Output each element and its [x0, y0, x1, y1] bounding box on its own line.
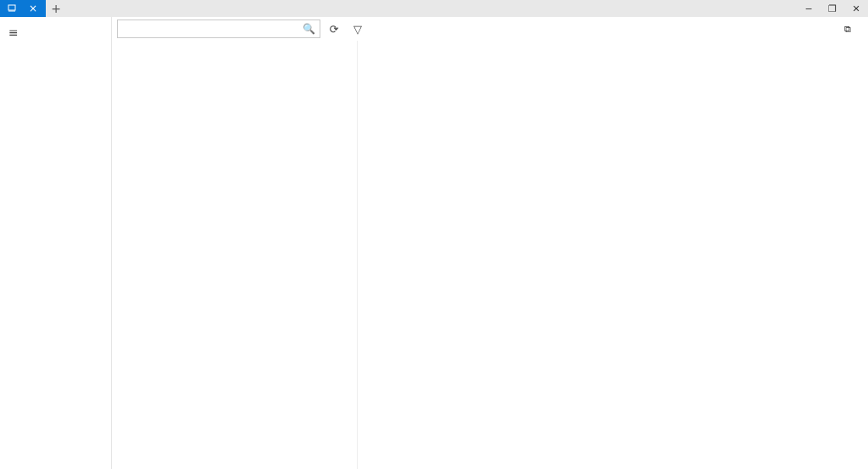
app-icon	[7, 3, 17, 14]
sidebar: ≡	[0, 17, 112, 469]
close-window-button[interactable]: ✕	[844, 0, 868, 17]
app-tab[interactable]: ×	[0, 0, 46, 17]
report-list[interactable]	[112, 41, 358, 469]
refresh-button[interactable]: ⟳	[324, 20, 344, 38]
svg-rect-0	[8, 5, 15, 10]
search-box: 🔍	[117, 20, 320, 38]
minimize-button[interactable]: ─	[797, 0, 821, 17]
copy-icon: ⧉	[844, 24, 851, 35]
hamburger-button[interactable]: ≡	[0, 22, 111, 42]
new-tab-button[interactable]: +	[46, 2, 66, 15]
copy-button[interactable]: ⧉	[837, 22, 863, 36]
close-tab-icon[interactable]: ×	[27, 3, 39, 14]
search-input[interactable]	[117, 20, 320, 38]
filter-button[interactable]: ▽	[348, 20, 368, 38]
toolbar: 🔍 ⟳ ▽ ⧉	[112, 17, 868, 41]
title-bar: × + ─ ❐ ✕	[0, 0, 868, 17]
search-icon: 🔍	[303, 23, 315, 35]
detail-pane	[358, 41, 868, 469]
maximize-button[interactable]: ❐	[821, 0, 844, 17]
